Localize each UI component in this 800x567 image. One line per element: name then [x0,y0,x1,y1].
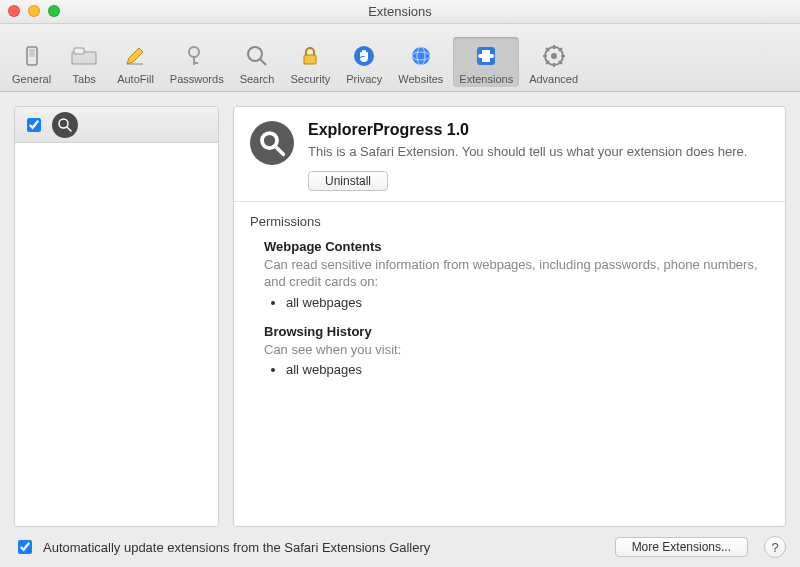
sidebar-empty-area [15,143,218,526]
toolbar-item-autofill[interactable]: AutoFill [111,37,160,87]
extensions-sidebar [14,106,219,527]
window-title: Extensions [368,4,432,19]
permission-list: all webpages [286,295,769,310]
permissions-title: Permissions [250,214,769,229]
more-extensions-button[interactable]: More Extensions... [615,537,748,557]
svg-rect-3 [74,48,84,54]
toolbar-item-advanced[interactable]: Advanced [523,37,584,87]
uninstall-button[interactable]: Uninstall [308,171,388,191]
toolbar-item-label: General [12,73,51,85]
toolbar-item-label: Privacy [346,73,382,85]
pencil-icon [120,41,150,71]
titlebar: Extensions [0,0,800,24]
svg-line-30 [276,147,284,155]
toolbar-item-privacy[interactable]: Privacy [340,37,388,87]
svg-point-27 [59,119,68,128]
footer-bar: Automatically update extensions from the… [0,527,800,567]
toolbar-item-websites[interactable]: Websites [392,37,449,87]
toolbar-item-label: Advanced [529,73,578,85]
toolbar-item-passwords[interactable]: Passwords [164,37,230,87]
permission-block-webpage-contents: Webpage Contents Can read sensitive info… [264,239,769,310]
svg-line-28 [67,127,71,131]
extension-detail-panel: ExplorerProgress 1.0 This is a Safari Ex… [233,106,786,527]
toolbar-item-label: Websites [398,73,443,85]
globe-icon [406,41,436,71]
svg-point-13 [412,47,430,65]
toolbar-item-label: Security [290,73,330,85]
extension-header: ExplorerProgress 1.0 This is a Safari Ex… [234,107,785,202]
svg-rect-1 [29,49,35,57]
content-area: ExplorerProgress 1.0 This is a Safari Ex… [0,92,800,527]
extension-meta: ExplorerProgress 1.0 This is a Safari Ex… [308,121,769,191]
extension-description: This is a Safari Extension. You should t… [308,143,769,161]
toolbar-item-label: Extensions [459,73,513,85]
svg-line-10 [260,59,266,65]
svg-point-18 [551,53,557,59]
permission-list-item: all webpages [286,362,769,377]
sidebar-item[interactable] [15,107,218,143]
lock-icon [295,41,325,71]
toolbar-item-label: Passwords [170,73,224,85]
window-controls [8,5,60,17]
permissions-section: Permissions Webpage Contents Can read se… [234,202,785,408]
svg-rect-8 [193,62,198,64]
help-button[interactable]: ? [764,536,786,558]
key-icon [182,41,212,71]
toolbar-item-security[interactable]: Security [284,37,336,87]
hand-icon [349,41,379,71]
toolbar-item-label: Tabs [73,73,96,85]
permission-block-browsing-history: Browsing History Can see when you visit:… [264,324,769,378]
toolbar-item-extensions[interactable]: Extensions [453,37,519,87]
switch-icon [17,41,47,71]
preferences-toolbar: General Tabs AutoFill Passwords Search S… [0,24,800,92]
extension-name: ExplorerProgress 1.0 [308,121,769,139]
toolbar-item-search[interactable]: Search [234,37,281,87]
svg-rect-11 [304,55,316,64]
permission-heading: Browsing History [264,324,769,339]
close-window-button[interactable] [8,5,20,17]
magnifier-icon [52,112,78,138]
auto-update-label: Automatically update extensions from the… [43,540,430,555]
search-icon [242,41,272,71]
toolbar-item-label: AutoFill [117,73,154,85]
toolbar-item-tabs[interactable]: Tabs [61,37,107,87]
extension-enabled-checkbox[interactable] [27,118,41,132]
tabs-icon [69,41,99,71]
svg-point-9 [248,47,262,61]
svg-point-6 [189,47,199,57]
toolbar-item-label: Search [240,73,275,85]
gear-icon [539,41,569,71]
permission-subtext: Can see when you visit: [264,341,769,359]
permission-list: all webpages [286,362,769,377]
toolbar-item-general[interactable]: General [6,37,57,87]
permission-list-item: all webpages [286,295,769,310]
zoom-window-button[interactable] [48,5,60,17]
magnifier-icon [250,121,294,165]
minimize-window-button[interactable] [28,5,40,17]
permission-heading: Webpage Contents [264,239,769,254]
puzzle-icon [471,41,501,71]
svg-marker-4 [127,48,143,64]
auto-update-checkbox[interactable] [18,540,32,554]
permission-subtext: Can read sensitive information from webp… [264,256,769,291]
